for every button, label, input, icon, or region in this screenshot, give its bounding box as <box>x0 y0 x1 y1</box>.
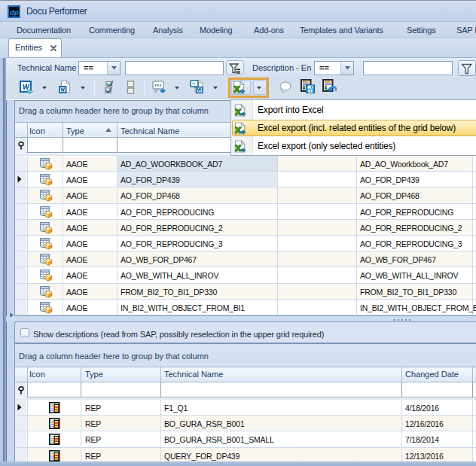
svg-text:dp: dp <box>10 8 19 17</box>
